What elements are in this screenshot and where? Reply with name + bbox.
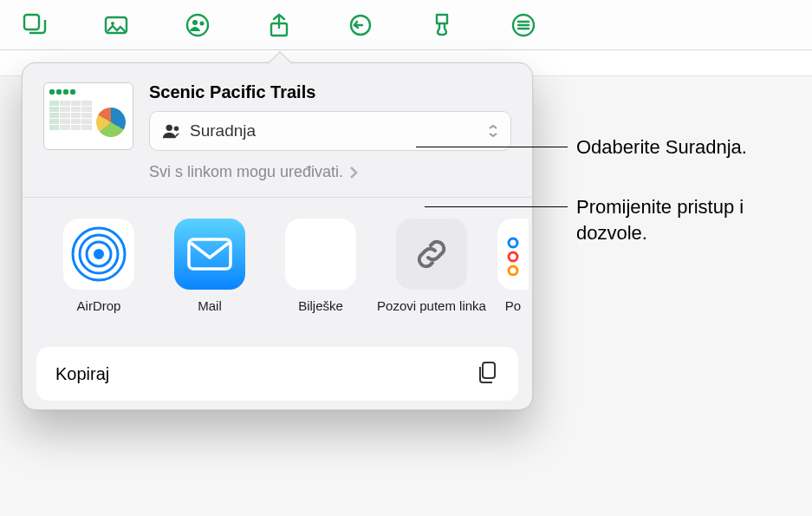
- share-app-mail[interactable]: Mail: [154, 219, 265, 331]
- permissions-row[interactable]: Svi s linkom mogu uređivati.: [128, 156, 532, 197]
- toolbar: [0, 0, 812, 50]
- share-app-invite-link[interactable]: Pozovi putem linka: [376, 219, 487, 331]
- share-app-more-peek[interactable]: Po: [487, 219, 532, 331]
- copy-action[interactable]: Kopiraj: [36, 347, 518, 401]
- svg-point-5: [200, 21, 205, 25]
- more-menu-button[interactable]: [508, 10, 539, 41]
- svg-rect-0: [24, 15, 39, 29]
- share-app-notes[interactable]: Bilješke: [265, 219, 376, 331]
- notes-icon: [285, 219, 356, 290]
- svg-rect-19: [483, 363, 495, 378]
- svg-point-11: [94, 249, 104, 259]
- app-label: AirDrop: [77, 298, 121, 331]
- svg-point-3: [187, 15, 208, 36]
- undo-button[interactable]: [345, 10, 376, 41]
- app-label: Mail: [198, 298, 222, 331]
- people-icon: [162, 121, 181, 140]
- permissions-label: Svi s linkom mogu uređivati.: [149, 163, 343, 181]
- format-brush-button[interactable]: [426, 10, 458, 41]
- share-apps-row: AirDrop Mail Bilješke Pozovi putem linka…: [23, 198, 532, 347]
- collaboration-mode-label: Suradnja: [190, 121, 256, 140]
- share-app-airdrop[interactable]: AirDrop: [43, 219, 154, 331]
- svg-point-10: [174, 127, 179, 132]
- chevron-updown-icon: [488, 124, 498, 138]
- svg-point-16: [509, 238, 517, 247]
- app-label: Pozovi putem linka: [377, 298, 486, 331]
- callout-line: [425, 206, 568, 207]
- svg-point-17: [509, 252, 517, 261]
- airdrop-icon: [63, 219, 134, 290]
- copy-label: Kopiraj: [55, 364, 109, 384]
- svg-point-4: [192, 20, 198, 25]
- svg-rect-15: [189, 239, 231, 269]
- reminders-icon: [497, 219, 529, 290]
- insert-shape-button[interactable]: [19, 10, 50, 41]
- app-label: Po: [505, 298, 521, 331]
- mail-icon: [174, 219, 245, 290]
- app-label: Bilješke: [298, 298, 343, 331]
- callout-line: [416, 147, 568, 147]
- callout-text: Promijenite pristup i dozvole.: [576, 194, 784, 245]
- document-title: Scenic Pacific Trails: [149, 82, 511, 102]
- collaboration-mode-selector[interactable]: Suradnja: [149, 111, 511, 151]
- insert-media-button[interactable]: [101, 10, 132, 41]
- copy-icon: [475, 360, 499, 389]
- document-thumbnail: [43, 82, 133, 150]
- share-sheet: Scenic Pacific Trails Suradnja Svi s lin…: [22, 62, 533, 410]
- link-icon: [396, 219, 467, 290]
- svg-point-9: [166, 125, 172, 131]
- collaborate-toolbar-button[interactable]: [182, 10, 213, 41]
- callout-text: Odaberite Suradnja.: [576, 134, 747, 160]
- share-button[interactable]: [263, 10, 295, 41]
- svg-point-18: [509, 266, 517, 275]
- chevron-right-icon: [348, 166, 359, 180]
